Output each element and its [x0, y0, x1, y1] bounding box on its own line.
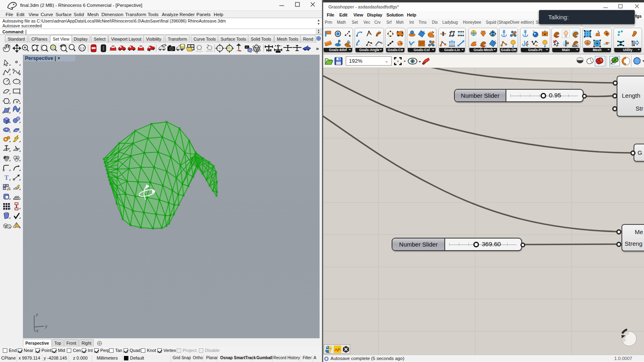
svg-text:z: z: [35, 313, 38, 317]
svg-text:»: »: [316, 45, 319, 51]
svg-text:x: x: [36, 328, 39, 333]
svg-text:1:1: 1:1: [80, 46, 85, 50]
svg-text:T: T: [4, 174, 9, 181]
svg-text:y: y: [45, 324, 48, 329]
